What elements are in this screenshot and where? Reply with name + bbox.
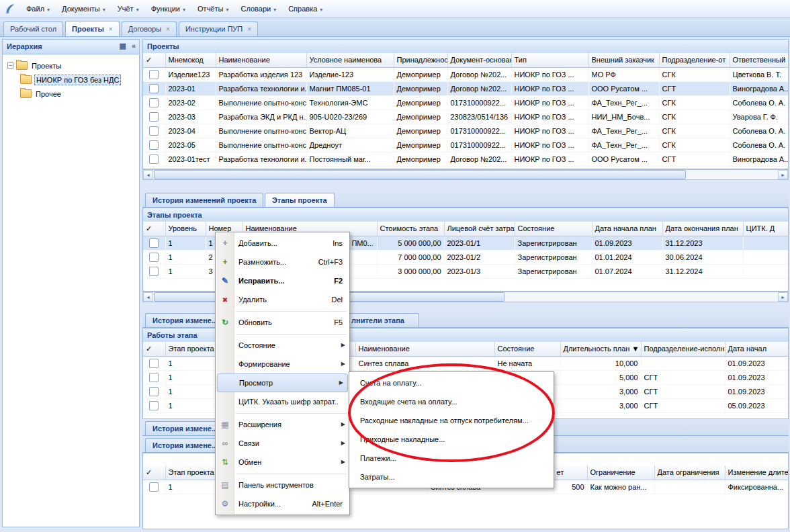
menu-item-help[interactable]: Справка (282, 2, 328, 15)
scroll-left-icon[interactable]: ◄ (143, 170, 153, 179)
column-header[interactable]: Подразделение-от (659, 53, 730, 68)
menu-item-refresh[interactable]: Обновить F5 (216, 313, 349, 332)
submenu-item-outgoing-waybills[interactable]: Расходные накладные на отпуск потребител… (349, 411, 554, 430)
row-checkbox[interactable] (149, 112, 159, 122)
row-checkbox[interactable] (149, 373, 159, 382)
column-header[interactable]: Дата ограничения (654, 466, 725, 480)
row-checkbox[interactable] (149, 359, 159, 368)
column-header[interactable]: Состояние (515, 222, 592, 236)
column-header[interactable]: Наименование (355, 342, 494, 357)
submenu-item-payments[interactable]: Платежи... (349, 449, 554, 468)
check-column-header[interactable]: ✓ (143, 342, 165, 357)
menu-item-exchange[interactable]: Обмен ▶ (216, 453, 349, 472)
column-header[interactable]: Тип (511, 53, 588, 68)
column-header[interactable]: Мнемокод (165, 53, 216, 68)
menu-item-extensions[interactable]: Расширения ▶ (216, 415, 349, 434)
menu-item-citk[interactable]: ЦИТК. Указать шифр затрат.. (216, 392, 349, 411)
menu-item-edit[interactable]: Исправить... F2 (216, 271, 349, 290)
menu-item-settings[interactable]: Настройки... Alt+Enter (216, 494, 349, 513)
menu-item-delete[interactable]: Удалить Del (216, 290, 349, 309)
row-checkbox[interactable] (149, 238, 159, 248)
row-checkbox[interactable] (149, 401, 159, 410)
scroll-right-icon[interactable]: ► (778, 170, 788, 179)
row-checkbox[interactable] (149, 154, 159, 164)
check-column-header[interactable]: ✓ (143, 222, 165, 236)
table-row[interactable]: 2023-02Выполнение опытно-конс...Технолог… (143, 96, 789, 110)
menu-item-reports[interactable]: Отчёты (191, 2, 234, 15)
column-header[interactable]: Условное наименова (306, 53, 394, 68)
submenu-item-costs[interactable]: Затраты... (349, 468, 554, 486)
table-row[interactable]: 2023-03Разработка ЭКД и РКД н...905-U020… (143, 110, 789, 124)
tab-desktop[interactable]: Рабочий стол (3, 21, 63, 36)
close-icon[interactable]: × (109, 22, 113, 36)
table-row[interactable]: 2023-01тестРазработка технологии и...Пос… (143, 152, 789, 167)
column-header[interactable]: Стоимость этапа (377, 222, 444, 236)
row-checkbox[interactable] (149, 84, 159, 93)
menu-item-state[interactable]: Состояние ▶ (216, 336, 349, 355)
column-header[interactable]: ЦИТК. Д (743, 222, 789, 236)
menu-item-accounting[interactable]: Учёт (112, 2, 145, 15)
tab-project-stages[interactable]: Этапы проекта (265, 193, 335, 207)
row-checkbox[interactable] (149, 253, 159, 262)
row-checkbox[interactable] (149, 140, 159, 150)
table-row[interactable]: Изделие123Разработка изделия 123Изделие-… (143, 68, 789, 82)
menu-item-documents[interactable]: Документы (56, 2, 112, 15)
scroll-thumb[interactable] (154, 170, 686, 179)
column-header[interactable]: Дата окончания план (662, 222, 743, 236)
submenu-item-incoming-invoices[interactable]: Входящие счета на оплату... (349, 392, 554, 411)
menu-item-toolbar[interactable]: Панель инструментов (216, 476, 349, 494)
menu-item-add[interactable]: Добавить... Ins (216, 234, 349, 253)
menu-item-dictionaries[interactable]: Словари (234, 2, 282, 15)
check-column-header[interactable]: ✓ (143, 53, 165, 68)
check-column-header[interactable]: ✓ (143, 466, 165, 480)
column-header[interactable]: Подразделение-исполнитель.. (641, 342, 725, 357)
column-header[interactable]: Принадлежность (394, 53, 447, 68)
menu-item-forming[interactable]: Формирование ▶ (216, 355, 349, 373)
menu-item-duplicate[interactable]: Размножить... Ctrl+F3 (216, 253, 349, 271)
table-row[interactable]: 2023-05Выполнение опытно-конс...Дредноут… (143, 138, 789, 152)
column-header[interactable]: Дата начала план (592, 222, 662, 236)
row-checkbox[interactable] (149, 70, 159, 79)
tab-project-history[interactable]: История изменений проекта (145, 193, 263, 207)
collapse-expander-icon[interactable]: − (7, 62, 13, 69)
tab-stage-executors[interactable]: лнители этапа (344, 313, 419, 327)
table-row[interactable]: 2023-01Разработка технологии и...Магнит … (143, 82, 789, 96)
submenu-item-incoming-waybills[interactable]: Приходные накладные... (349, 430, 554, 449)
menu-item-links[interactable]: Связи ▶ (216, 434, 349, 453)
scroll-left-icon[interactable]: ◄ (143, 292, 153, 302)
column-header[interactable]: Наименование (216, 53, 306, 68)
tab-contracts[interactable]: Договоры × (122, 21, 177, 36)
menu-item-file[interactable]: Файл (20, 2, 56, 15)
column-header[interactable]: Состояние (494, 342, 560, 357)
table-row[interactable]: 2023-04Выполнение опытно-конс...Вектор-А… (143, 124, 789, 138)
column-header[interactable]: Ограничение (587, 466, 654, 480)
menu-item-functions[interactable]: Функции (145, 2, 191, 15)
column-header[interactable]: Уровень (165, 222, 206, 236)
column-header[interactable]: Изменение длите... (725, 466, 789, 480)
column-header[interactable]: Дата начал (725, 342, 789, 357)
menu-item-view[interactable]: Просмотр ▶ (217, 373, 348, 392)
grid-icon[interactable]: ▦ (119, 42, 126, 50)
collapse-panel-icon[interactable]: « (132, 42, 136, 50)
row-checkbox[interactable] (149, 267, 159, 276)
tree-node-projects[interactable]: − Проекты (4, 58, 138, 73)
submenu-item-invoices[interactable]: Счета на оплату... (349, 373, 554, 392)
column-header[interactable]: Лицевой счёт затрат. (444, 222, 515, 236)
column-header[interactable]: Длительность план ▼ (560, 342, 641, 357)
column-header[interactable]: ет (554, 466, 587, 480)
column-header[interactable]: Документ-основан (447, 53, 511, 68)
tree-node-niokr[interactable]: НИОКР по ГОЗ без НДС (4, 73, 138, 87)
row-checkbox[interactable] (149, 126, 159, 136)
projects-hscrollbar[interactable]: ◄ ► (142, 169, 789, 180)
close-icon[interactable]: × (166, 22, 170, 36)
close-icon[interactable]: × (247, 22, 251, 36)
column-header[interactable]: Внешний заказчик (588, 53, 659, 68)
tree-node-other[interactable]: Прочее (4, 87, 138, 101)
row-checkbox[interactable] (149, 98, 159, 107)
scroll-right-icon[interactable]: ► (778, 292, 788, 302)
tab-projects[interactable]: Проекты × (65, 21, 120, 36)
row-checkbox[interactable] (149, 387, 159, 396)
row-checkbox[interactable] (149, 482, 159, 492)
column-header[interactable]: Ответственный (730, 53, 789, 68)
tab-instructions[interactable]: Инструкции ПУП × (179, 21, 258, 36)
